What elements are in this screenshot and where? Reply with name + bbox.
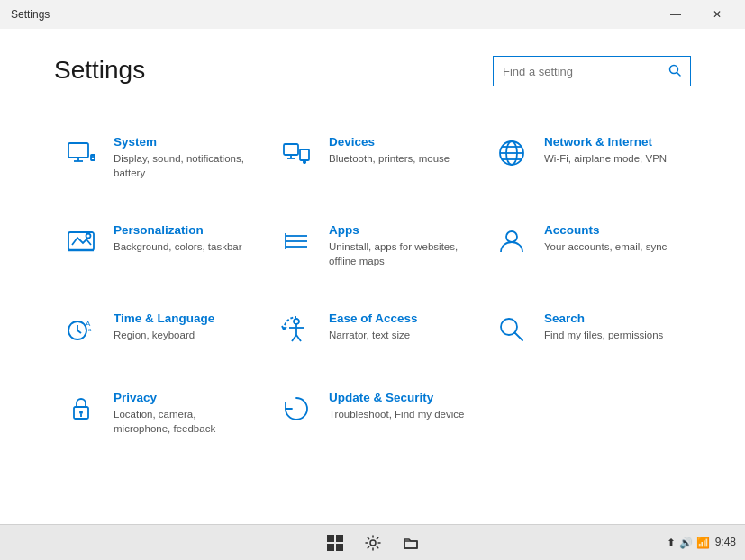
taskbar-center [321,528,425,557]
ease-icon [278,312,314,348]
setting-item-devices[interactable]: Devices Bluetooth, printers, mouse [269,122,476,193]
ease-title: Ease of Access [329,312,467,325]
search-box [493,56,691,86]
time-text: Time & Language Region, keyboard [114,312,251,342]
svg-rect-7 [284,144,298,155]
main-content: Settings [0,29,745,524]
personalization-text: Personalization Background, colors, task… [114,223,251,254]
privacy-title: Privacy [114,391,251,404]
apps-title: Apps [329,223,467,237]
page-header: Settings [54,56,691,86]
svg-line-27 [77,330,81,333]
apps-icon [278,223,314,259]
time-desc: Region, keyboard [114,328,251,342]
devices-icon [278,135,314,171]
time-icon: A a [63,312,99,348]
svg-rect-2 [68,143,88,158]
ease-text: Ease of Access Narrator, text size [329,312,467,342]
apps-text: Apps Uninstall, apps for websites, offli… [329,223,467,268]
svg-point-40 [79,411,83,414]
svg-point-18 [86,234,91,239]
setting-item-search[interactable]: Search Find my files, permissions [485,299,691,360]
search-icon [668,64,681,79]
system-desc: Display, sound, notifications, battery [114,151,251,180]
accounts-title: Accounts [544,223,682,237]
update-desc: Troubleshoot, Find my device [329,407,467,421]
settings-grid: System Display, sound, notifications, ba… [54,122,691,449]
privacy-text: Privacy Location, camera, microphone, fe… [114,391,251,436]
svg-point-46 [370,540,376,546]
page-title: Settings [54,56,145,85]
setting-item-apps[interactable]: Apps Uninstall, apps for websites, offli… [269,211,476,281]
search-settings-icon [494,312,530,348]
setting-item-network[interactable]: Network & Internet Wi-Fi, airplane mode,… [485,122,691,193]
svg-point-30 [294,319,299,324]
network-title: Network & Internet [544,135,682,149]
personalization-desc: Background, colors, taskbar [114,239,251,254]
taskbar-right: ⬆ 🔊 📶 9:48 [667,536,736,550]
setting-item-update[interactable]: Update & Security Troubleshoot, Find my … [269,378,476,448]
privacy-desc: Location, camera, microphone, feedback [114,407,251,436]
setting-item-personalization[interactable]: Personalization Background, colors, task… [54,211,260,281]
system-icon [63,135,99,171]
system-text: System Display, sound, notifications, ba… [114,135,251,180]
close-button[interactable]: ✕ [696,0,738,29]
taskbar-time: 9:48 [715,536,736,550]
window-controls: — ✕ [655,0,738,29]
search-title: Search [544,312,682,325]
accounts-desc: Your accounts, email, sync [544,239,682,254]
svg-point-11 [304,161,305,163]
search-desc: Find my files, permissions [544,328,682,342]
search-text: Search Find my files, permissions [544,312,682,342]
network-desc: Wi-Fi, airplane mode, VPN [544,151,682,166]
svg-rect-47 [404,541,417,548]
network-icon [494,135,530,171]
taskbar: ⬆ 🔊 📶 9:48 [0,524,745,560]
devices-title: Devices [329,135,467,149]
svg-rect-10 [300,149,309,160]
update-text: Update & Security Troubleshoot, Find my … [329,391,467,421]
setting-item-accounts[interactable]: Accounts Your accounts, email, sync [485,211,691,281]
personalization-title: Personalization [114,223,251,237]
search-input[interactable] [503,65,665,78]
ease-desc: Narrator, text size [329,328,467,342]
accounts-icon [494,223,530,259]
svg-rect-5 [91,155,95,160]
minimize-button[interactable]: — [655,0,696,29]
setting-item-time[interactable]: A a Time & Language Region, keyboard [54,299,260,360]
app-title: Settings [11,8,50,21]
apps-desc: Uninstall, apps for websites, offline ma… [329,239,467,268]
svg-rect-42 [327,535,334,542]
settings-taskbar-icon[interactable] [359,528,387,557]
devices-text: Devices Bluetooth, printers, mouse [329,135,467,166]
start-icon[interactable] [321,528,350,557]
devices-desc: Bluetooth, printers, mouse [329,151,467,166]
system-title: System [114,135,251,149]
accounts-text: Accounts Your accounts, email, sync [544,223,682,254]
svg-rect-45 [336,544,343,551]
time-title: Time & Language [114,312,251,325]
file-explorer-icon[interactable] [396,528,425,557]
setting-item-ease[interactable]: Ease of Access Narrator, text size [269,299,476,360]
tray-icon-3: 📶 [696,537,710,549]
network-text: Network & Internet Wi-Fi, airplane mode,… [544,135,682,166]
setting-item-privacy[interactable]: Privacy Location, camera, microphone, fe… [54,378,260,448]
svg-line-1 [677,72,681,76]
svg-point-24 [506,231,517,242]
svg-text:a: a [88,327,92,332]
tray-icon-1: ⬆ [667,537,676,549]
svg-line-33 [292,335,296,341]
privacy-icon [63,391,99,427]
update-icon [278,391,314,427]
personalization-icon [63,223,99,259]
system-tray: ⬆ 🔊 📶 [667,537,710,549]
svg-rect-44 [327,544,334,551]
svg-rect-43 [336,535,343,542]
tray-icon-2: 🔊 [679,537,693,549]
update-title: Update & Security [329,391,467,404]
setting-item-system[interactable]: System Display, sound, notifications, ba… [54,122,260,193]
title-bar: Settings — ✕ [0,0,745,29]
svg-line-38 [515,333,523,341]
svg-line-34 [296,335,301,341]
